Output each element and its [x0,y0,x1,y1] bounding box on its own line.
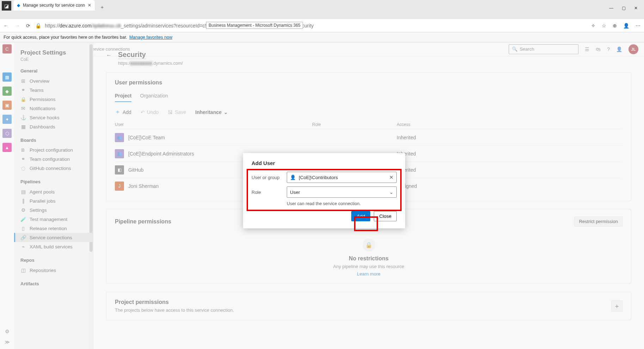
refresh-icon[interactable]: ⟳ [26,23,30,28]
favbar-link[interactable]: Manage favorites now [129,35,172,40]
back-icon[interactable]: ← [4,23,8,28]
add-user-modal: Add User User or group 👤 [CoE]\Contribut… [243,153,405,228]
window-close-icon[interactable]: ✕ [634,6,638,11]
favbar-text: For quick access, place your favorites h… [4,35,127,40]
collections-icon[interactable]: ⊕ [613,23,617,28]
browser-app-icon: ◪ [2,1,11,11]
url-host: dev.azure.com [60,23,92,28]
person-icon: 👤 [290,174,296,180]
url-tooltip: Business Management - Microsoft Dynamics… [206,22,303,29]
label-user-or-group: User or group [252,175,283,180]
user-value: [CoE]\Contributors [299,175,338,180]
modal-title: Add User [252,160,397,166]
clear-icon[interactable]: ✕ [389,174,394,180]
menu-icon[interactable]: ⋯ [636,23,640,28]
role-value: User [290,190,300,195]
favorites-bar: For quick access, place your favorites h… [0,32,644,42]
azure-icon: ◆ [17,3,20,8]
label-role: Role [252,190,283,195]
modal-add-button[interactable]: Add [351,211,370,221]
role-help-text: User can read the service connection. [287,201,397,206]
window-maximize-icon[interactable]: ▢ [622,6,626,11]
browser-tab[interactable]: ◆ Manage security for service conn ✕ [13,0,95,11]
role-select[interactable]: User ⌄ [287,186,397,198]
favorite-icon[interactable]: ☆ [602,23,606,28]
window-minimize-icon[interactable]: — [609,6,613,11]
reading-list-icon[interactable]: ✧ [591,23,595,28]
tab-title: Manage security for service conn [23,3,85,8]
new-tab-button[interactable]: ＋ [98,4,107,11]
url-rest1: _settings/adminservices?resourceId=c52a [121,23,213,28]
modal-close-button[interactable]: Close [374,211,397,221]
url-scheme: https:// [45,23,60,28]
profile-icon[interactable]: 👤 [623,23,629,28]
chevron-down-icon: ⌄ [389,189,394,195]
close-tab-icon[interactable]: ✕ [88,3,91,8]
url-obscured: /xplatioruu.cb [92,23,121,28]
browser-chrome: ◪ ◆ Manage security for service conn ✕ ＋… [0,0,644,19]
forward-icon[interactable]: → [15,23,20,28]
user-or-group-input[interactable]: 👤 [CoE]\Contributors ✕ [287,172,397,183]
address-bar[interactable]: 🔒 https://dev.azure.com/xplatioruu.cb_se… [35,23,586,28]
address-bar-row: ← → ⟳ 🔒 https://dev.azure.com/xplatioruu… [0,19,644,32]
site-info-icon[interactable]: 🔒 [35,23,41,28]
